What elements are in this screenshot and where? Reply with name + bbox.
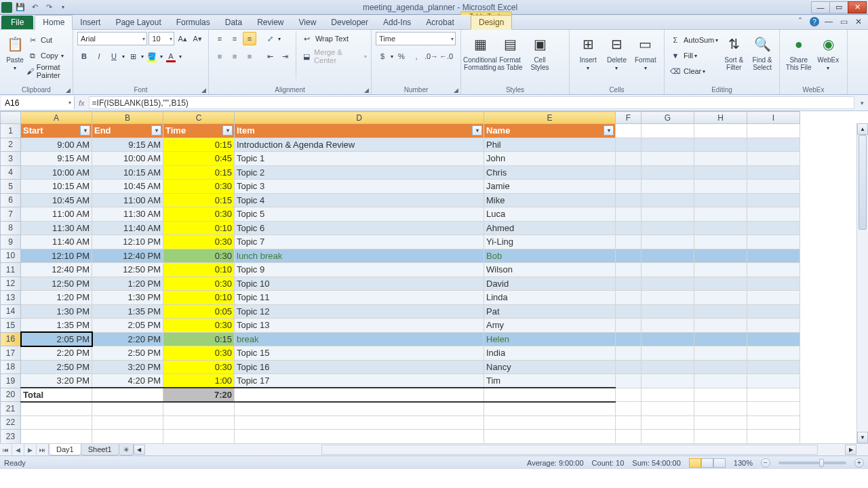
cell-time[interactable]: 0:30 [163,319,235,333]
align-center-icon[interactable]: ≡ [228,49,241,63]
shrink-font-icon[interactable]: A▾ [191,32,204,45]
row-header-4[interactable]: 4 [1,165,21,180]
cell-end[interactable]: 2:20 PM [92,332,163,346]
cell[interactable] [694,235,747,249]
cell-item[interactable]: Topic 17 [235,374,484,388]
number-dialog-icon[interactable]: ◢ [454,87,458,94]
cell-start[interactable]: 12:40 PM [21,263,92,277]
row-header-12[interactable]: 12 [1,277,21,291]
tab-home[interactable]: Home [35,15,73,30]
mdi-restore-icon[interactable]: ▭ [838,16,849,27]
cell[interactable] [747,180,800,194]
webex-button[interactable]: ◉WebEx▾ [814,31,844,71]
cell[interactable] [616,124,642,138]
fill-color-button[interactable]: 🪣 [145,49,159,63]
copy-button[interactable]: ⧉Copy▾ [26,48,68,63]
cell[interactable] [21,430,92,444]
cell-item[interactable]: Topic 16 [235,360,484,374]
cell[interactable] [694,193,747,207]
cell-end[interactable]: 2:50 PM [92,346,163,361]
cell-name[interactable]: Ahmed [484,221,616,235]
cell[interactable] [694,374,747,388]
cell-time[interactable]: 0:30 [163,180,235,194]
delete-cells-button[interactable]: ⊟Delete▾ [602,31,631,71]
font-name-combo[interactable]: Arial▾ [77,32,147,45]
expand-formula-icon[interactable]: ▾ [856,95,868,110]
col-header-F[interactable]: F [616,112,642,124]
qat-more-icon[interactable]: ▾ [58,2,68,13]
cell[interactable] [616,319,642,333]
number-format-combo[interactable]: Time▾ [376,32,456,45]
cell[interactable] [163,402,235,416]
tab-formulas[interactable]: Formulas [169,16,218,29]
cell-end[interactable]: 2:05 PM [92,319,163,333]
cell[interactable] [694,319,747,333]
row-header-18[interactable]: 18 [1,360,21,374]
cell-time[interactable]: 0:30 [163,249,235,263]
cell-start[interactable]: 2:50 PM [21,360,92,374]
cell[interactable] [163,430,235,444]
col-header-A[interactable]: A [21,112,92,124]
cell[interactable] [235,430,484,444]
cell[interactable] [616,304,642,319]
cell-time[interactable]: 0:10 [163,291,235,305]
tab-view[interactable]: View [292,16,324,29]
col-header-C[interactable]: C [163,112,235,124]
total-label[interactable]: Total [21,388,92,402]
cell-item[interactable]: lunch break [235,249,484,263]
cell[interactable] [694,402,747,416]
cell-time[interactable]: 0:15 [163,165,235,180]
row-header-14[interactable]: 14 [1,304,21,319]
row-header-22[interactable]: 22 [1,415,21,430]
cell-item[interactable]: Topic 3 [235,180,484,194]
cell[interactable] [484,415,616,430]
row-header-21[interactable]: 21 [1,402,21,416]
cell[interactable] [642,291,694,305]
currency-icon[interactable]: $ [376,49,389,63]
cell[interactable] [642,152,694,166]
format-painter-button[interactable]: 🖌Format Painter [26,64,68,79]
cell-name[interactable]: Luca [484,207,616,222]
row-header-11[interactable]: 11 [1,263,21,277]
cell-start[interactable]: 9:00 AM [21,138,92,152]
cell-name[interactable]: Linda [484,291,616,305]
row-header-9[interactable]: 9 [1,235,21,249]
cell-item[interactable]: Topic 9 [235,263,484,277]
insert-cells-button[interactable]: ⊞Insert▾ [574,31,602,71]
fill-button[interactable]: ▼Fill▾ [669,48,718,63]
increase-indent-icon[interactable]: ⇥ [278,49,292,63]
design-tab[interactable]: Design [471,15,512,30]
cell[interactable] [235,388,484,402]
cell-start[interactable]: 11:00 AM [21,207,92,222]
cell-time[interactable]: 0:30 [163,235,235,249]
autosum-button[interactable]: ΣAutoSum▾ [669,33,718,47]
cell-end[interactable]: 4:20 PM [92,374,163,388]
cell-end[interactable]: 9:15 AM [92,138,163,152]
cell[interactable] [747,415,800,430]
cell-start[interactable]: 2:05 PM [21,332,92,346]
clipboard-dialog-icon[interactable]: ◢ [66,87,71,94]
tab-page-layout[interactable]: Page Layout [108,16,168,29]
scroll-up-icon[interactable]: ▲ [857,123,868,135]
cell[interactable] [642,415,694,430]
tab-review[interactable]: Review [250,16,291,29]
cell-name[interactable]: Chris [484,165,616,180]
cell[interactable] [747,152,800,166]
cell-time[interactable]: 0:45 [163,152,235,166]
cell-start[interactable]: 12:50 PM [21,277,92,291]
italic-button[interactable]: I [92,49,106,63]
cell-end[interactable]: 12:50 PM [92,263,163,277]
new-sheet-button[interactable]: ✳ [119,444,134,455]
row-header-6[interactable]: 6 [1,193,21,207]
grow-font-icon[interactable]: A▴ [176,32,189,45]
cell-start[interactable]: 2:20 PM [21,346,92,361]
cell-name[interactable]: Pat [484,304,616,319]
row-header-17[interactable]: 17 [1,346,21,361]
mdi-close-icon[interactable]: ✕ [853,16,864,27]
cell-start[interactable]: 9:15 AM [21,152,92,166]
cell-end[interactable]: 10:45 AM [92,180,163,194]
align-left-icon[interactable]: ≡ [213,49,226,63]
cell-time[interactable]: 0:10 [163,221,235,235]
cell[interactable] [747,319,800,333]
cell[interactable] [642,165,694,180]
